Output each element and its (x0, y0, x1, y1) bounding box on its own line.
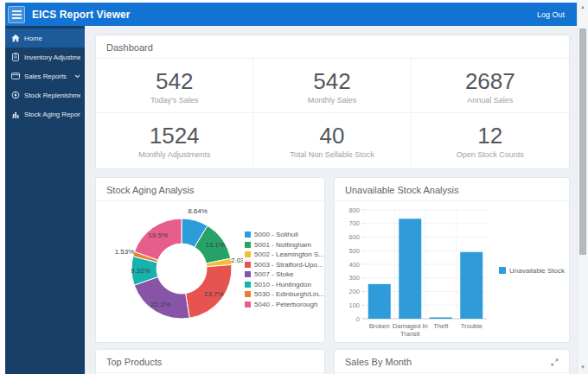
svg-text:Transit: Transit (400, 330, 421, 338)
panel-title-top-products: Top Products (96, 350, 324, 373)
panel-title-unavailable-stock: Unavailable Stock Analysis (335, 178, 569, 201)
donut-legend: 5000 - Solihull5001 - Nottingham5002 - L… (243, 230, 324, 310)
legend-item[interactable]: 5002 - Leamington S... (245, 250, 324, 260)
stock-aging-report-icon (11, 110, 20, 118)
sidebar-item-sales-reports[interactable]: Sales Reports (5, 67, 85, 86)
stock-aging-donut-chart: 8.64%13.1%2.03%23.7%22.2%9.32%1.53%19.5% (99, 201, 243, 338)
stat-label: Annual Sales (412, 96, 569, 105)
legend-swatch (245, 282, 251, 288)
legend-swatch (245, 262, 251, 268)
svg-text:9.32%: 9.32% (131, 267, 150, 275)
top-header-bar: EICS Report Viewer Log Out (5, 3, 577, 26)
app-title: EICS Report Viewer (32, 9, 131, 21)
legend-swatch (245, 301, 251, 307)
svg-text:13.1%: 13.1% (205, 241, 225, 249)
stat-label: Today's Sales (96, 96, 252, 105)
svg-text:0: 0 (356, 315, 360, 323)
hamburger-icon (12, 10, 22, 12)
sidebar-item-stock-replenishment[interactable]: Stock Replenishment (5, 86, 85, 105)
legend-label: 5010 - Huntingdon (254, 281, 311, 288)
legend-item[interactable]: 5000 - Solihull (245, 230, 324, 240)
hamburger-menu-button[interactable] (8, 6, 25, 23)
legend-label: 5007 - Stoke (254, 270, 293, 278)
stats-grid: 542 Today's Sales 542 Monthly Sales 2687… (96, 59, 569, 167)
legend-item[interactable]: 5001 - Nottingham (245, 239, 324, 250)
unavailable-stock-bar-chart: 0100200300400500600700800BrokenDamaged I… (338, 201, 494, 339)
svg-text:Theft: Theft (433, 322, 449, 330)
bar-chart-legend[interactable]: Unavailable Stock (499, 267, 565, 275)
legend-item[interactable]: 5030 - Edinburgh/Lin... (245, 289, 324, 300)
legend-label: 5000 - Solihull (254, 231, 298, 238)
expand-icon[interactable] (551, 358, 559, 366)
bottom-panels-row: Top Products Sales By Month (95, 349, 570, 374)
svg-text:500: 500 (348, 247, 360, 255)
sidebar-item-label: Inventory Adjustment (24, 54, 80, 61)
stat-label: Total Non Sellable Stock (253, 150, 410, 159)
legend-item[interactable]: 5003 - Stratford-Upo... (245, 259, 324, 269)
legend-label: 5003 - Stratford-Upo... (254, 261, 323, 269)
scroll-up-arrow[interactable]: ▲ (578, 3, 588, 10)
top-products-panel: Top Products (95, 349, 325, 374)
main-content: Dashboard 542 Today's Sales 542 Monthly … (85, 26, 577, 374)
legend-label: 5002 - Leamington S... (254, 250, 324, 258)
svg-text:22.2%: 22.2% (150, 301, 170, 308)
stat-value: 542 (253, 68, 410, 94)
home-icon (11, 34, 20, 42)
svg-text:1.53%: 1.53% (115, 248, 135, 256)
stat-value: 1524 (96, 123, 252, 149)
charts-row: Stock Aging Analysis 8.64%13.1%2.03%23.7… (95, 177, 570, 343)
sidebar-item-label: Stock Replenishment (24, 92, 80, 99)
stock-aging-panel: Stock Aging Analysis 8.64%13.1%2.03%23.7… (95, 177, 325, 343)
sidebar-item-inventory-adjustment[interactable]: Inventory Adjustment (5, 48, 85, 67)
legend-label: 5001 - Nottingham (254, 241, 311, 249)
sales-reports-icon (11, 72, 20, 80)
stat-value: 2687 (412, 68, 569, 94)
stat-open-stock-counts: 12 Open Stock Counts (412, 113, 569, 167)
legend-label: 5040 - Peterborough (254, 301, 317, 308)
svg-text:300: 300 (348, 274, 360, 282)
stat-label: Monthly Sales (253, 96, 410, 105)
scroll-down-arrow[interactable]: ▼ (578, 364, 588, 371)
legend-label: Unavailable Stock (509, 267, 565, 275)
app-window: EICS Report Viewer Log Out Home Inventor… (0, 0, 588, 374)
dashboard-panel: Dashboard 542 Today's Sales 542 Monthly … (95, 35, 570, 169)
stat-value: 12 (412, 123, 569, 149)
legend-label: 5030 - Edinburgh/Lin... (254, 290, 324, 298)
stat-monthly-sales: 542 Monthly Sales (253, 59, 411, 113)
stat-value: 542 (96, 68, 252, 94)
sidebar-item-home[interactable]: Home (5, 29, 85, 48)
svg-text:700: 700 (348, 219, 360, 227)
sidebar-item-label: Home (24, 35, 42, 42)
svg-text:8.64%: 8.64% (188, 207, 208, 215)
inventory-adjustment-icon (11, 53, 20, 61)
svg-text:800: 800 (348, 206, 360, 214)
svg-text:200: 200 (348, 288, 360, 295)
legend-swatch (245, 242, 251, 248)
svg-text:Broken: Broken (369, 322, 390, 330)
panel-title-sales-by-month: Sales By Month (345, 357, 412, 367)
vertical-scrollbar[interactable]: ▲ ▼ (577, 0, 588, 374)
stock-replenishment-icon (11, 91, 20, 99)
stat-todays-sales: 542 Today's Sales (96, 59, 253, 113)
legend-item[interactable]: 5007 - Stoke (245, 269, 324, 280)
svg-text:600: 600 (348, 233, 360, 241)
legend-swatch (245, 251, 251, 257)
svg-text:400: 400 (348, 261, 360, 269)
stat-monthly-adjustments: 1524 Monthly Adjustments (96, 113, 253, 167)
sidebar-item-stock-aging-report[interactable]: Stock Aging Report (5, 105, 85, 124)
svg-text:23.7%: 23.7% (204, 290, 224, 298)
svg-text:19.5%: 19.5% (148, 231, 168, 239)
sidebar-nav: Home Inventory Adjustment Sales Reports … (5, 26, 85, 374)
scrollbar-thumb[interactable] (579, 29, 586, 255)
stat-non-sellable-stock: 40 Total Non Sellable Stock (253, 113, 411, 167)
svg-text:2.03%: 2.03% (231, 257, 243, 264)
legend-item[interactable]: 5040 - Peterborough (245, 300, 324, 310)
svg-text:Trouble: Trouble (461, 322, 483, 330)
stat-annual-sales: 2687 Annual Sales (412, 59, 569, 113)
logout-button[interactable]: Log Out (537, 10, 565, 19)
legend-swatch (499, 267, 506, 274)
stat-label: Monthly Adjustments (96, 150, 252, 159)
stat-label: Open Stock Counts (412, 150, 569, 159)
legend-item[interactable]: 5010 - Huntingdon (245, 280, 324, 290)
legend-swatch (245, 271, 251, 277)
